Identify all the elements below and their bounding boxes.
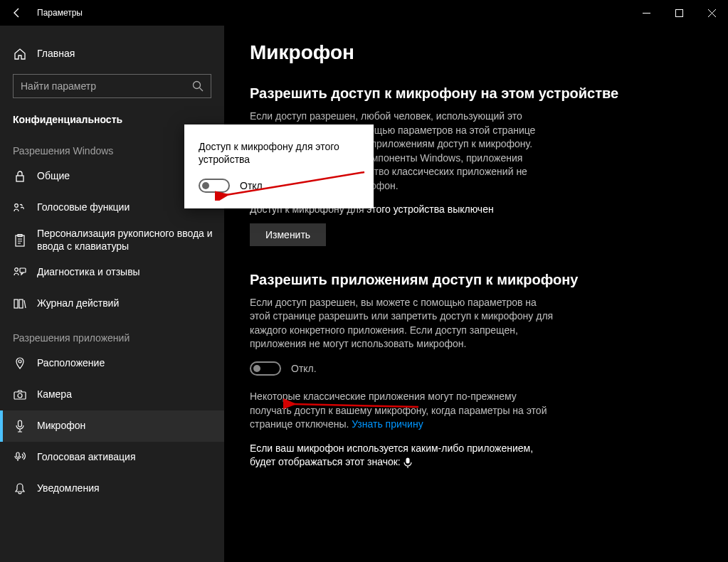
location-icon bbox=[13, 356, 27, 371]
section-heading-app-access: Разрешить приложениям доступ к микрофону bbox=[250, 270, 700, 289]
svg-rect-15 bbox=[406, 458, 409, 464]
svg-point-1 bbox=[194, 82, 201, 89]
svg-point-3 bbox=[15, 204, 19, 208]
sidebar-group-apps: Разрешения приложений bbox=[0, 319, 224, 348]
svg-rect-13 bbox=[19, 420, 22, 427]
learn-why-link[interactable]: Узнать причину bbox=[352, 418, 423, 430]
sidebar-item-label: Голосовые функции bbox=[37, 201, 130, 214]
clipboard-icon bbox=[13, 233, 27, 248]
sidebar-home[interactable]: Главная bbox=[0, 38, 224, 70]
sidebar-item-activity[interactable]: Журнал действий bbox=[0, 288, 224, 319]
sidebar-item-microphone[interactable]: Микрофон bbox=[0, 410, 224, 442]
svg-point-10 bbox=[19, 360, 21, 363]
svg-rect-14 bbox=[16, 452, 19, 457]
microphone-icon bbox=[13, 419, 27, 433]
app-access-description: Если доступ разрешен, вы можете с помощь… bbox=[250, 296, 556, 351]
sidebar-item-diagnostics[interactable]: Диагностика и отзывы bbox=[0, 257, 224, 288]
sidebar-item-camera[interactable]: Камера bbox=[0, 379, 224, 410]
app-access-toggle-row: Откл. bbox=[250, 361, 700, 376]
device-access-popup: Доступ к микрофону для этого устройства … bbox=[184, 124, 374, 208]
section-heading-device-access: Разрешить доступ к микрофону на этом уст… bbox=[250, 84, 700, 102]
svg-rect-9 bbox=[19, 299, 23, 308]
sidebar-item-label: Общие bbox=[37, 170, 70, 183]
content: Микрофон Разрешить доступ к микрофону на… bbox=[224, 26, 728, 562]
maximize-button[interactable] bbox=[663, 0, 695, 26]
search-input[interactable] bbox=[21, 80, 192, 92]
bell-icon bbox=[13, 482, 27, 496]
feedback-icon bbox=[13, 265, 27, 280]
svg-rect-2 bbox=[16, 176, 23, 181]
classic-apps-note: Некоторые классические приложения могут … bbox=[250, 390, 556, 432]
sidebar-item-label: Журнал действий bbox=[37, 297, 119, 310]
sidebar-home-label: Главная bbox=[37, 48, 75, 60]
sidebar: Главная Конфиденциальность Разрешения Wi… bbox=[0, 26, 224, 562]
sidebar-item-voice-activation[interactable]: Голосовая активация bbox=[0, 442, 224, 473]
svg-rect-7 bbox=[20, 268, 26, 272]
close-button[interactable] bbox=[695, 0, 728, 26]
page-title: Микрофон bbox=[250, 41, 700, 64]
sidebar-item-label: Голосовая активация bbox=[37, 451, 136, 464]
sidebar-item-notifications[interactable]: Уведомления bbox=[0, 473, 224, 504]
popup-title: Доступ к микрофону для этого устройства bbox=[199, 140, 359, 166]
svg-rect-0 bbox=[675, 9, 682, 16]
svg-point-12 bbox=[18, 393, 22, 398]
sidebar-item-label: Микрофон bbox=[37, 420, 85, 433]
svg-rect-8 bbox=[14, 299, 18, 308]
sidebar-item-location[interactable]: Расположение bbox=[0, 348, 224, 379]
change-button[interactable]: Изменить bbox=[250, 223, 326, 246]
microphone-indicator-icon bbox=[403, 457, 412, 468]
minimize-button[interactable] bbox=[630, 0, 663, 26]
mic-indicator-note: Если ваш микрофон используется каким-либ… bbox=[250, 442, 556, 470]
camera-icon bbox=[13, 388, 27, 402]
sidebar-item-label: Диагностика и отзывы bbox=[37, 266, 140, 279]
popup-toggle[interactable] bbox=[199, 179, 230, 193]
history-icon bbox=[13, 297, 27, 311]
home-icon bbox=[13, 47, 27, 61]
svg-point-6 bbox=[15, 268, 19, 272]
popup-toggle-label: Откл. bbox=[240, 180, 265, 191]
sidebar-item-label: Уведомления bbox=[37, 482, 100, 495]
search-icon bbox=[192, 80, 204, 92]
window-title: Параметры bbox=[34, 8, 83, 18]
titlebar: Параметры bbox=[0, 0, 728, 26]
sidebar-item-label: Персонализация рукописного ввода и ввода… bbox=[37, 228, 214, 253]
sidebar-item-label: Камера bbox=[37, 388, 72, 401]
sidebar-item-inking[interactable]: Персонализация рукописного ввода и ввода… bbox=[0, 223, 224, 257]
back-button[interactable] bbox=[0, 0, 34, 26]
voice-activation-icon bbox=[13, 450, 27, 465]
lock-icon bbox=[13, 169, 27, 184]
app-access-toggle[interactable] bbox=[250, 361, 281, 376]
app-access-toggle-label: Откл. bbox=[291, 363, 317, 374]
search-box[interactable] bbox=[13, 74, 211, 98]
speech-icon bbox=[13, 201, 27, 215]
sidebar-item-label: Расположение bbox=[37, 357, 105, 370]
